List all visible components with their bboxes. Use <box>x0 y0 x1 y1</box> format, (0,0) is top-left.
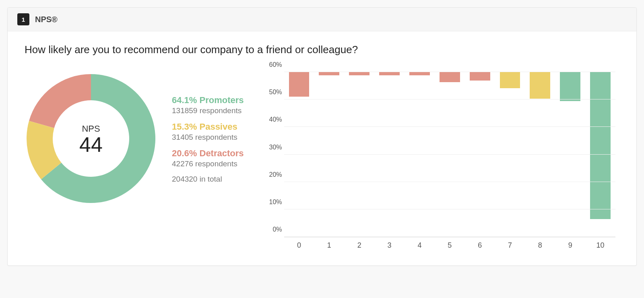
bar-2 <box>349 72 369 75</box>
bar-slot <box>495 72 525 237</box>
y-axis-tick: 60% <box>262 61 282 68</box>
gridline <box>284 182 615 182</box>
bar-8 <box>530 72 550 99</box>
section-title: NPS® <box>35 15 58 24</box>
legend-total: 204320 in total <box>172 175 244 184</box>
x-axis-tick: 7 <box>495 241 525 250</box>
gridline <box>284 72 615 72</box>
bar-slot <box>585 72 615 237</box>
nps-score: 44 <box>79 134 103 155</box>
legend-promoters-pct: 64.1% Promoters <box>172 95 244 106</box>
bar-slot <box>284 72 314 237</box>
bar-0 <box>289 72 310 97</box>
bar-slot <box>555 72 585 237</box>
x-axis-tick: 3 <box>374 241 405 250</box>
gridline <box>284 99 615 99</box>
bar-slot <box>405 72 435 237</box>
x-axis-tick: 5 <box>435 241 465 250</box>
y-axis-tick: 30% <box>262 144 282 151</box>
bar-slot <box>465 72 495 237</box>
question-text: How likely are you to recommend our comp… <box>25 43 619 56</box>
legend-promoters-respondents: 131859 respondents <box>172 106 244 115</box>
x-axis-tick: 4 <box>405 241 435 250</box>
legend-detractors-respondents: 42276 respondents <box>172 159 244 168</box>
bar-slot <box>525 72 555 237</box>
nps-card: 1 NPS® How likely are you to recommend o… <box>7 7 637 266</box>
bar-4 <box>409 72 430 75</box>
question-number-badge: 1 <box>17 13 29 25</box>
bar-9 <box>560 72 580 101</box>
legend-detractors: 20.6% Detractors 42276 respondents <box>172 148 244 168</box>
card-body: How likely are you to recommend our comp… <box>8 31 636 265</box>
bar-5 <box>440 72 460 82</box>
legend-passives-respondents: 31405 respondents <box>172 133 244 142</box>
gridline <box>284 126 615 127</box>
bar-3 <box>379 72 400 75</box>
x-axis-tick: 2 <box>344 241 374 250</box>
bar-1 <box>319 72 339 75</box>
bar-slot <box>435 72 465 237</box>
bar-slot <box>344 72 374 237</box>
y-axis-tick: 50% <box>262 89 282 96</box>
y-axis-tick: 20% <box>262 171 282 178</box>
gridline <box>284 154 615 155</box>
bar-slot <box>314 72 344 237</box>
x-axis-tick: 8 <box>525 241 555 250</box>
y-axis-tick: 40% <box>262 116 282 123</box>
legend-passives: 15.3% Passives 31405 respondents <box>172 122 244 142</box>
content-row: NPS 44 64.1% Promoters 131859 respondent… <box>25 72 619 249</box>
legend-detractors-pct: 20.6% Detractors <box>172 148 244 159</box>
bar-10 <box>590 72 611 219</box>
gridline <box>284 209 615 209</box>
legend-passives-pct: 15.3% Passives <box>172 122 244 132</box>
x-axis-tick: 6 <box>465 241 495 250</box>
legend-promoters: 64.1% Promoters 131859 respondents <box>172 95 244 115</box>
bar-slot <box>374 72 405 237</box>
donut-block: NPS 44 64.1% Promoters 131859 respondent… <box>25 72 244 207</box>
x-axis-tick: 0 <box>284 241 314 250</box>
x-axis-tick: 1 <box>314 241 344 250</box>
card-header: 1 NPS® <box>8 8 636 31</box>
x-axis-tick: 9 <box>555 241 585 250</box>
y-axis-tick: 10% <box>262 199 282 206</box>
nps-donut-chart: NPS 44 <box>25 72 157 207</box>
x-axis-tick: 10 <box>585 241 615 250</box>
bar-6 <box>470 72 490 81</box>
distribution-bar-chart: 0%10%20%30%40%50%60% 012345678910 <box>260 72 619 249</box>
donut-center: NPS 44 <box>25 72 157 207</box>
donut-legend: 64.1% Promoters 131859 respondents 15.3%… <box>172 95 244 184</box>
y-axis-tick: 0% <box>262 226 282 233</box>
bar-7 <box>500 72 520 88</box>
